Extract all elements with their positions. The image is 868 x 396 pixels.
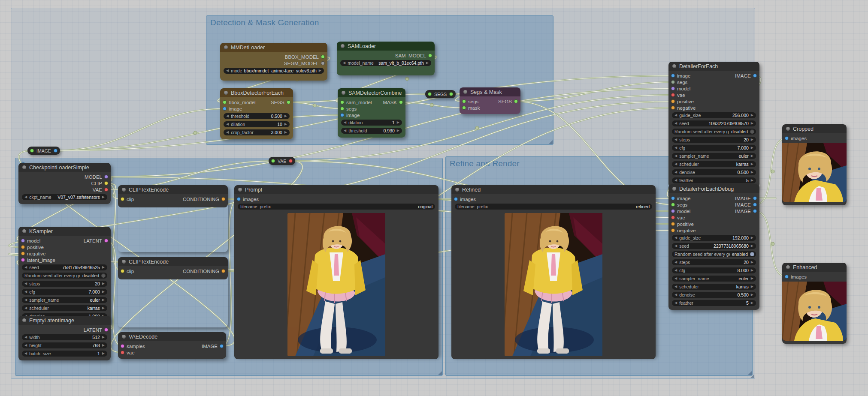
reroute-output-port[interactable] xyxy=(54,149,57,153)
LATENT-output-port[interactable] xyxy=(104,328,108,332)
increment-arrow-icon[interactable]: ▶ xyxy=(102,265,105,269)
IMAGE-output-port[interactable] xyxy=(753,74,757,78)
increment-arrow-icon[interactable]: ▶ xyxy=(284,130,287,134)
reroute-input-port[interactable] xyxy=(30,149,34,153)
SEGM_MODEL-output-port[interactable] xyxy=(321,61,325,65)
increment-arrow-icon[interactable]: ▶ xyxy=(751,276,753,280)
increment-arrow-icon[interactable]: ▶ xyxy=(751,285,753,288)
node-samloader[interactable]: SAMLoaderSAM_MODEL◀model_namesam_vit_b_0… xyxy=(337,42,435,75)
model-input-port[interactable] xyxy=(671,87,675,90)
widget-cfg[interactable]: ◀cfg8.000▶ xyxy=(672,267,756,273)
bbox_model-input-port[interactable] xyxy=(223,100,227,104)
collapse-dot[interactable] xyxy=(122,188,126,192)
decrement-arrow-icon[interactable]: ◀ xyxy=(343,61,345,65)
image-input-port[interactable] xyxy=(671,196,675,200)
node-enhanced[interactable]: Enhancedimages xyxy=(782,263,847,343)
reroute-segs[interactable]: SEGS xyxy=(425,90,456,98)
node-segsmask[interactable]: Segs & MasksegsSEGSmask xyxy=(460,87,520,114)
increment-arrow-icon[interactable]: ▶ xyxy=(751,178,753,182)
widget-scheduler[interactable]: ◀schedulerkarras▶ xyxy=(672,161,756,167)
toggle-circle-icon[interactable] xyxy=(101,273,106,278)
node-clipneg[interactable]: CLIPTextEncodeclipCONDITIONINGnsfw, pain… xyxy=(118,257,228,327)
increment-arrow-icon[interactable]: ▶ xyxy=(397,129,399,132)
decrement-arrow-icon[interactable]: ◀ xyxy=(674,146,677,150)
decrement-arrow-icon[interactable]: ◀ xyxy=(674,293,677,297)
decrement-arrow-icon[interactable]: ◀ xyxy=(226,69,229,72)
decrement-arrow-icon[interactable]: ◀ xyxy=(674,178,677,182)
increment-arrow-icon[interactable]: ▶ xyxy=(751,293,753,297)
collapse-dot[interactable] xyxy=(455,188,459,192)
decrement-arrow-icon[interactable]: ◀ xyxy=(24,290,27,294)
collapse-dot[interactable] xyxy=(786,127,790,131)
increment-arrow-icon[interactable]: ▶ xyxy=(751,236,753,240)
widget-Random-seed-after-every-gen[interactable]: Random seed after every gendisabled xyxy=(672,129,756,135)
IMAGE3-output-port[interactable] xyxy=(753,209,757,213)
increment-arrow-icon[interactable]: ▶ xyxy=(751,244,753,248)
increment-arrow-icon[interactable]: ▶ xyxy=(102,195,105,199)
widget-dilation[interactable]: ◀dilation10▶ xyxy=(224,121,290,127)
VAE-output-port[interactable] xyxy=(104,188,108,192)
images-input-port[interactable] xyxy=(237,197,241,201)
widget-sampler_name[interactable]: ◀sampler_nameeuler▶ xyxy=(672,153,756,159)
IMAGE1-output-port[interactable] xyxy=(753,196,757,200)
collapse-dot[interactable] xyxy=(22,229,26,233)
increment-arrow-icon[interactable]: ▶ xyxy=(751,260,753,264)
widget-seed[interactable]: ◀seed1063220709408570▶ xyxy=(672,120,756,126)
widget-seed[interactable]: ◀seed758179549846525▶ xyxy=(22,264,107,270)
BBOX_MODEL-output-port[interactable] xyxy=(321,55,325,59)
widget-feather[interactable]: ◀feather5▶ xyxy=(672,177,756,183)
vae-input-port[interactable] xyxy=(671,93,675,97)
SEGS-output-port[interactable] xyxy=(287,100,290,104)
group-resize-handle[interactable] xyxy=(438,371,442,375)
images-input-port[interactable] xyxy=(785,136,789,140)
reroute-image[interactable]: IMAGE xyxy=(27,147,60,155)
widget-denoise[interactable]: ◀denoise0.500▶ xyxy=(672,292,756,298)
SEGS-output-port[interactable] xyxy=(514,99,518,103)
group-resize-handle[interactable] xyxy=(748,371,752,375)
increment-arrow-icon[interactable]: ▶ xyxy=(751,113,753,117)
IMAGE2-output-port[interactable] xyxy=(753,203,757,207)
decrement-arrow-icon[interactable]: ◀ xyxy=(674,162,677,166)
node-vaedecode[interactable]: VAEDecodesamplesIMAGEvae xyxy=(118,332,226,359)
SAM_MODEL-output-port[interactable] xyxy=(428,54,432,57)
decrement-arrow-icon[interactable]: ◀ xyxy=(674,113,677,117)
sam_model-input-port[interactable] xyxy=(340,100,344,104)
vae-input-port[interactable] xyxy=(671,216,675,219)
segs-input-port[interactable] xyxy=(671,80,675,84)
widget-feather[interactable]: ◀feather5▶ xyxy=(672,300,756,306)
model-input-port[interactable] xyxy=(671,209,675,213)
decrement-arrow-icon[interactable]: ◀ xyxy=(226,122,229,126)
collapse-dot[interactable] xyxy=(341,44,345,48)
decrement-arrow-icon[interactable]: ◀ xyxy=(674,138,677,141)
increment-arrow-icon[interactable]: ▶ xyxy=(102,298,105,302)
decrement-arrow-icon[interactable]: ◀ xyxy=(24,335,27,339)
node-emptylatent[interactable]: EmptyLatentImageLATENT◀width512▶◀height7… xyxy=(18,316,111,360)
latent_image-input-port[interactable] xyxy=(21,258,25,262)
node-refined[interactable]: Refinedimagesfilename_prefixrefined xyxy=(451,185,656,357)
collapse-dot[interactable] xyxy=(22,165,26,169)
node-cropped[interactable]: Croppedimages xyxy=(782,124,847,205)
increment-arrow-icon[interactable]: ▶ xyxy=(751,301,753,305)
negative-input-port[interactable] xyxy=(671,228,675,232)
increment-arrow-icon[interactable]: ▶ xyxy=(102,282,105,285)
decrement-arrow-icon[interactable]: ◀ xyxy=(24,195,27,199)
decrement-arrow-icon[interactable]: ◀ xyxy=(24,306,27,310)
reroute-output-port[interactable] xyxy=(289,159,293,163)
widget-steps[interactable]: ◀steps20▶ xyxy=(672,259,756,265)
collapse-dot[interactable] xyxy=(122,260,126,264)
widget-denoise[interactable]: ◀denoise0.500▶ xyxy=(672,169,756,175)
collapse-dot[interactable] xyxy=(238,188,242,192)
widget-cfg[interactable]: ◀cfg7.000▶ xyxy=(672,145,756,151)
node-ckpt[interactable]: CheckpointLoaderSimpleMODELCLIPVAE◀ckpt_… xyxy=(18,163,111,204)
increment-arrow-icon[interactable]: ▶ xyxy=(319,69,321,72)
decrement-arrow-icon[interactable]: ◀ xyxy=(24,343,27,347)
increment-arrow-icon[interactable]: ▶ xyxy=(751,162,753,166)
increment-arrow-icon[interactable]: ▶ xyxy=(751,268,753,272)
increment-arrow-icon[interactable]: ▶ xyxy=(102,335,105,339)
widget-guide_size[interactable]: ◀guide_size256.000▶ xyxy=(672,112,756,118)
widget-steps[interactable]: ◀steps20▶ xyxy=(22,281,107,287)
widget-steps[interactable]: ◀steps20▶ xyxy=(672,137,756,143)
decrement-arrow-icon[interactable]: ◀ xyxy=(674,268,677,272)
segs-input-port[interactable] xyxy=(340,107,344,111)
widget-filename_prefix[interactable]: filename_prefixrefined xyxy=(455,204,652,210)
